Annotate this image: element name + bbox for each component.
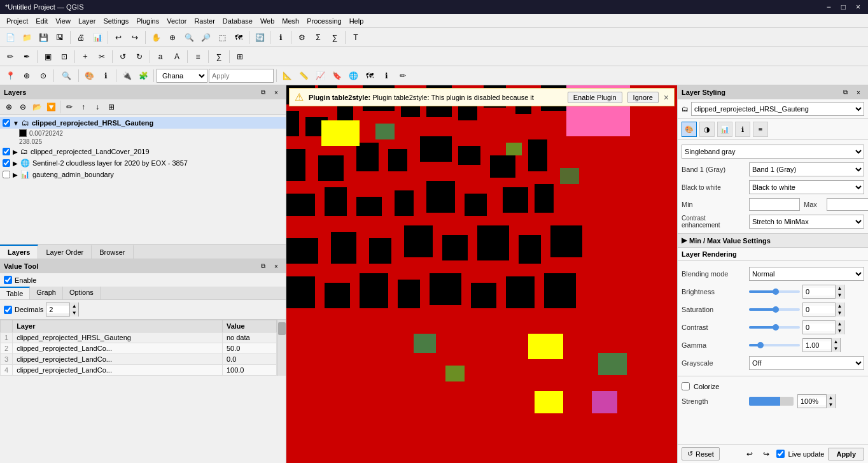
layer-item[interactable]: ▶ 📊 gauteng_admin_boundary [0, 169, 286, 180]
enable-plugin-button[interactable]: Enable Plugin [568, 92, 622, 103]
close-button[interactable]: × [853, 3, 863, 11]
contrast-slider[interactable] [749, 326, 800, 329]
menu-database[interactable]: Database [219, 16, 256, 26]
layers-down-btn[interactable]: ↓ [91, 101, 104, 113]
saturation-input[interactable] [803, 306, 835, 313]
ls-grayband-combo[interactable]: Band 1 (Gray) [749, 162, 864, 176]
layer-item[interactable]: ▶ 🌐 Sentinel-2 cloudless layer for 2020 … [0, 157, 286, 169]
identify-btn[interactable]: ℹ [98, 68, 113, 83]
ls-icon-histogram[interactable]: 📊 [717, 122, 732, 137]
saturation-up[interactable]: ▲ [835, 303, 844, 310]
loc-btn-1[interactable]: 📍 [3, 68, 18, 83]
minmax-section-header[interactable]: ▶ Min / Max Value Settings [678, 234, 868, 248]
layers-open-btn[interactable]: 📂 [31, 101, 43, 113]
contrast-down[interactable]: ▼ [835, 327, 844, 334]
draw-btn[interactable]: ✏ [395, 68, 410, 83]
bookmark-btn[interactable]: 🔖 [329, 68, 344, 83]
loc-btn-2[interactable]: ⊕ [19, 68, 34, 83]
ls-gradient-combo[interactable]: Black to white [749, 180, 864, 194]
layer-2-expand[interactable]: ▶ [13, 148, 18, 155]
label-btn-1[interactable]: a [153, 49, 168, 64]
tab-layer-order[interactable]: Layer Order [38, 245, 92, 259]
live-update-checkbox[interactable] [776, 450, 785, 458]
attr-table-btn[interactable]: ≡ [190, 49, 206, 64]
gamma-input[interactable] [803, 341, 831, 349]
vt-enable-checkbox[interactable] [4, 276, 12, 284]
zoom-full-button[interactable]: ⊕ [165, 30, 180, 45]
save-project-button[interactable]: 💾 [36, 30, 51, 45]
redo-button[interactable]: ↪ [127, 30, 143, 45]
layers-remove-btn[interactable]: ⊖ [17, 101, 29, 113]
settings-button[interactable]: ⚙ [294, 30, 309, 45]
print-layout-button[interactable]: 🖨 [73, 30, 88, 45]
ls-icon-transparency[interactable]: ◑ [699, 122, 715, 137]
ls-icon-legend[interactable]: ≡ [753, 122, 768, 137]
strength-up[interactable]: ▲ [826, 394, 835, 401]
blending-combo[interactable]: Normal [749, 267, 864, 281]
layer-item[interactable]: ▶ 🗂 clipped_reprojected_LandCover_2019 [0, 146, 286, 157]
map2-btn[interactable]: 🗺 [362, 68, 377, 83]
saturation-spinbox[interactable]: ▲ ▼ [802, 303, 844, 317]
location-combo[interactable]: Ghana [157, 69, 207, 83]
brightness-up[interactable]: ▲ [835, 285, 844, 292]
gamma-down[interactable]: ▼ [831, 345, 840, 352]
pan-button[interactable]: ✋ [148, 30, 164, 45]
vt-decimals-checkbox[interactable] [4, 306, 12, 314]
contrast-up[interactable]: ▲ [835, 320, 844, 327]
colorize-checkbox[interactable] [682, 382, 690, 390]
vt-decimals-input[interactable] [46, 306, 69, 313]
saturation-thumb[interactable] [773, 306, 779, 313]
layer-1-checkbox[interactable] [3, 119, 10, 127]
new-project-button[interactable]: 📄 [3, 30, 18, 45]
ls-icon-paint[interactable]: 🎨 [682, 122, 697, 137]
globe-btn[interactable]: 🌐 [346, 68, 361, 83]
gamma-spinbox[interactable]: ▲ ▼ [802, 338, 841, 352]
digitize-btn-2[interactable]: ✒ [19, 49, 34, 64]
ls-renderer-combo[interactable]: Singleband gray [682, 145, 864, 159]
menu-web[interactable]: Web [256, 16, 278, 26]
vt-tab-graph[interactable]: Graph [30, 287, 63, 299]
grayscale-combo[interactable]: Off [749, 356, 864, 370]
layers-up-btn[interactable]: ↑ [77, 101, 90, 113]
ls-close-btn[interactable]: × [853, 87, 864, 98]
saturation-down[interactable]: ▼ [835, 310, 844, 317]
menu-view[interactable]: View [52, 16, 74, 26]
strength-spinbox[interactable]: ▲ ▼ [797, 394, 836, 408]
zoom-in-button[interactable]: 🔍 [181, 30, 197, 45]
measure-btn[interactable]: 📐 [279, 68, 295, 83]
close-notification-button[interactable]: × [664, 92, 669, 103]
brightness-slider[interactable] [749, 290, 800, 293]
loc-btn-4[interactable]: 🔍 [57, 68, 76, 83]
menu-project[interactable]: Project [3, 16, 32, 26]
ignore-plugin-button[interactable]: Ignore [627, 92, 659, 103]
menu-edit[interactable]: Edit [32, 16, 52, 26]
layers-add-btn[interactable]: ⊕ [3, 101, 15, 113]
redo-edit-btn[interactable]: ↻ [132, 49, 147, 64]
zoom-layer-button[interactable]: 🗺 [231, 30, 246, 45]
vt-tab-options[interactable]: Options [63, 287, 101, 299]
menu-vector[interactable]: Vector [163, 16, 190, 26]
vt-decimals-spinner[interactable]: ▲ ▼ [46, 303, 79, 317]
contrast-thumb[interactable] [773, 324, 779, 331]
vt-decimals-down[interactable]: ▼ [69, 310, 78, 317]
layer-3-expand[interactable]: ▶ [13, 160, 18, 167]
delete-feature-btn[interactable]: ✂ [94, 49, 109, 64]
ls-max-input[interactable]: 238.025 [827, 198, 868, 211]
plugin-btn-b[interactable]: 🧩 [136, 68, 151, 83]
info-button[interactable]: ℹ [273, 30, 288, 45]
ls-contrast-combo[interactable]: Stretch to MinMax [749, 215, 864, 229]
zoom-selection-button[interactable]: ⬚ [214, 30, 230, 45]
vt-float-btn[interactable]: ⧉ [257, 260, 269, 272]
reset-button[interactable]: ↺ Reset [682, 447, 720, 460]
text-button[interactable]: T [348, 30, 363, 45]
print-report-button[interactable]: 📊 [90, 30, 105, 45]
layers-edit-btn[interactable]: ✏ [63, 101, 76, 113]
undo-edit-btn[interactable]: ↺ [115, 49, 130, 64]
ls-min-input[interactable]: 0.00720242 [749, 198, 800, 211]
strength-input[interactable] [798, 397, 826, 405]
saturation-slider[interactable] [749, 308, 800, 311]
minimize-button[interactable]: − [824, 3, 834, 11]
plugin-btn-a[interactable]: 🔌 [119, 68, 134, 83]
search-input[interactable] [209, 72, 273, 80]
menu-layer[interactable]: Layer [74, 16, 100, 26]
